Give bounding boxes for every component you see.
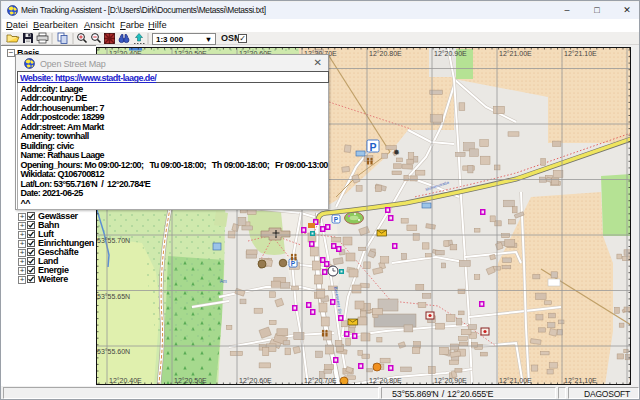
svg-text:P: P [334, 216, 339, 223]
svg-text:12°20.60E: 12°20.60E [239, 377, 272, 384]
svg-text:12°21.10E: 12°21.10E [564, 50, 597, 57]
svg-text:Am: Am [220, 279, 227, 284]
svg-text:12°21.00E: 12°21.00E [499, 377, 532, 384]
svg-text:12°20.80E: 12°20.80E [369, 50, 402, 57]
svg-text:12°20.90E: 12°20.90E [434, 377, 467, 384]
svg-text:P: P [369, 141, 376, 153]
svg-text:53°55.60N: 53°55.60N [97, 348, 130, 355]
svg-text:53°55.70N: 53°55.70N [97, 237, 130, 244]
svg-text:12°21.00E: 12°21.00E [499, 50, 532, 57]
svg-text:12°20.70E: 12°20.70E [304, 377, 337, 384]
svg-text:✸: ✸ [393, 148, 400, 157]
svg-text:12°21.10E: 12°21.10E [564, 377, 597, 384]
svg-text:P: P [291, 260, 296, 267]
svg-text:12°20.90E: 12°20.90E [434, 50, 467, 57]
svg-text:53°55.65N: 53°55.65N [97, 293, 130, 300]
svg-text:12°20.40E: 12°20.40E [109, 377, 142, 384]
